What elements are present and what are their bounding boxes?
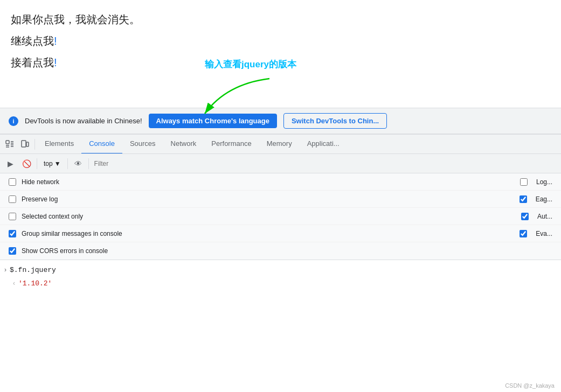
eager-label: Eag... — [536, 195, 552, 203]
devtools-tab-bar: Elements Console Sources Network Perform… — [0, 135, 561, 154]
show-cors-checkbox[interactable] — [9, 247, 16, 255]
info-icon: i — [9, 116, 18, 126]
tab-separator-1 — [34, 139, 35, 150]
filter-input[interactable] — [92, 160, 558, 167]
option-row-selected-context: Selected context only Aut... — [0, 208, 561, 225]
auto-checkbox[interactable] — [521, 213, 529, 220]
svg-rect-1 — [22, 141, 26, 147]
footer-credit: CSDN @z_kakaya — [505, 382, 555, 389]
group-similar-checkbox[interactable] — [9, 230, 16, 237]
console-output-chevron: ‹ — [13, 279, 15, 287]
tab-application[interactable]: Applicati... — [300, 135, 347, 154]
page-content: 如果你点我，我就会消失。 继续点我! 接着点我! — [0, 0, 561, 108]
option-row-show-cors: Show CORS errors in console — [0, 242, 561, 260]
console-area: › $.fn.jquery ‹ '1.10.2' — [0, 260, 561, 392]
page-text-3: 接着点我! — [11, 54, 550, 71]
hide-network-label: Hide network — [22, 178, 59, 186]
devtools-toolbar: ▶ 🚫 top ▼ 👁 — [0, 154, 561, 173]
page-text-1: 如果你点我，我就会消失。 — [11, 11, 550, 28]
clear-console-icon[interactable]: 🚫 — [19, 157, 33, 171]
console-command-text: $.fn.jquery — [10, 266, 56, 274]
svg-rect-2 — [26, 142, 29, 146]
option-row-hide-network: Hide network Log... — [0, 173, 561, 191]
toolbar-separator-1 — [37, 158, 37, 169]
show-cors-label: Show CORS errors in console — [22, 247, 108, 255]
selected-context-checkbox[interactable] — [9, 213, 16, 220]
page-text-2: 继续点我! — [11, 32, 550, 50]
preserve-log-label: Preserve log — [22, 195, 58, 203]
toolbar-separator-2 — [67, 158, 68, 169]
eager-checkbox[interactable] — [520, 195, 527, 203]
console-output-value: '1.10.2' — [18, 279, 52, 288]
eye-icon[interactable]: 👁 — [71, 157, 85, 171]
log-xml-checkbox[interactable] — [520, 178, 528, 186]
tab-console[interactable]: Console — [81, 135, 122, 154]
devtools-banner: i DevTools is now available in Chinese! … — [0, 108, 561, 134]
tab-sources[interactable]: Sources — [122, 135, 163, 154]
group-similar-label: Group similar messages in console — [22, 230, 122, 237]
always-match-language-button[interactable]: Always match Chrome's language — [149, 114, 277, 128]
log-xml-label: Log... — [536, 178, 552, 186]
execute-script-icon[interactable]: ▶ — [3, 157, 17, 171]
link-2[interactable]: ! — [54, 35, 57, 47]
console-chevron-right: › — [4, 266, 6, 274]
option-row-group-similar: Group similar messages in console 输入查看jq… — [0, 225, 561, 242]
console-input-row[interactable]: › $.fn.jquery — [0, 262, 561, 277]
tab-memory[interactable]: Memory — [259, 135, 300, 154]
inspect-element-icon[interactable] — [2, 137, 17, 152]
link-3[interactable]: ! — [54, 57, 57, 68]
eval-label: Eva... — [536, 230, 552, 237]
toolbar-separator-3 — [88, 158, 89, 169]
tab-elements[interactable]: Elements — [37, 135, 81, 154]
option-row-preserve-log: Preserve log Eag... — [0, 191, 561, 208]
device-toggle-icon[interactable] — [17, 137, 32, 152]
auto-label: Aut... — [537, 213, 552, 220]
context-dropdown[interactable]: top ▼ — [40, 159, 64, 169]
selected-context-label: Selected context only — [22, 213, 83, 220]
preserve-log-checkbox[interactable] — [9, 195, 16, 203]
svg-rect-0 — [6, 141, 9, 144]
eval-checkbox[interactable] — [520, 230, 527, 237]
banner-text: DevTools is now available in Chinese! — [25, 117, 142, 125]
tab-network[interactable]: Network — [163, 135, 204, 154]
tab-performance[interactable]: Performance — [204, 135, 259, 154]
options-area: Hide network Log... Preserve log Eag... … — [0, 173, 561, 260]
hide-network-checkbox[interactable] — [9, 178, 16, 186]
console-output-row: ‹ '1.10.2' — [0, 277, 561, 289]
devtools-panel: Elements Console Sources Network Perform… — [0, 134, 561, 392]
switch-devtools-language-button[interactable]: Switch DevTools to Chin... — [283, 113, 387, 129]
